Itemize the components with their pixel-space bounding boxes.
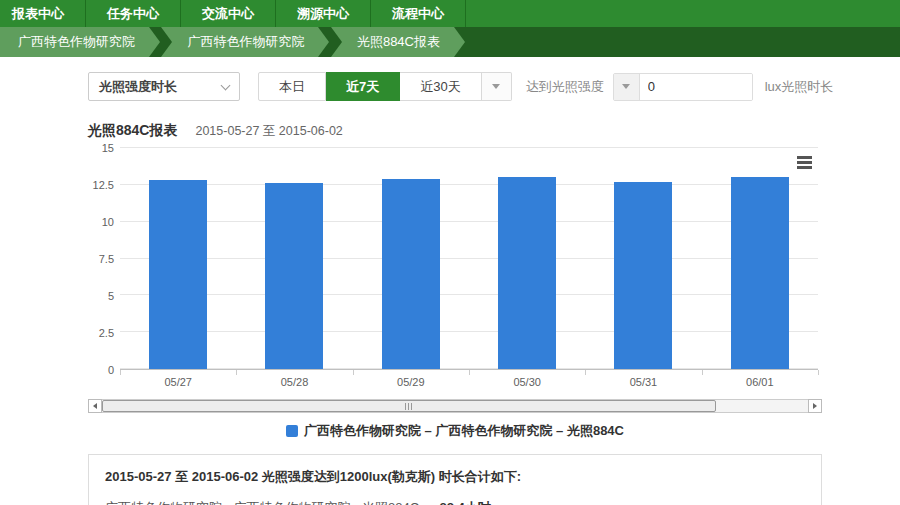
summary-series-label: 广西特色作物研究院 - 广西特色作物研究院 - 光照884C ： <box>105 500 439 505</box>
x-tick-label: 05/28 <box>236 376 352 392</box>
top-nav: 报表中心 任务中心 交流中心 溯源中心 流程中心 <box>0 0 900 27</box>
nav-item-trace-center[interactable]: 溯源中心 <box>276 0 371 27</box>
breadcrumb-item-institute-2[interactable]: 广西特色作物研究院 <box>161 27 318 57</box>
bar-05/28 <box>265 183 323 369</box>
bar-05/31 <box>614 182 672 369</box>
chart-legend[interactable]: 广西特色作物研究院 – 广西特色作物研究院 – 光照884C <box>88 422 822 440</box>
metric-select-value: 光照强度时长 <box>99 79 177 94</box>
x-tick-label: 05/30 <box>469 376 585 392</box>
report-heading: 光照884C报表 2015-05-27 至 2015-06-02 <box>88 122 900 140</box>
caret-down-icon <box>492 84 500 89</box>
y-axis-labels: 02.557.51012.515 <box>88 148 114 370</box>
caret-down-icon <box>622 84 630 89</box>
filter-bar: 光照强度时长 本日 近7天 近30天 达到光照强度 lux光照时长 <box>88 72 900 101</box>
nav-item-task-center[interactable]: 任务中心 <box>86 0 181 27</box>
y-tick-label: 10 <box>102 216 114 228</box>
scroll-left-button[interactable] <box>88 399 102 413</box>
bar-05/29 <box>382 179 440 369</box>
chart: 02.557.51012.515 05/2705/2805/2905/3005/… <box>88 148 822 392</box>
legend-label: 广西特色作物研究院 – 广西特色作物研究院 – 光照884C <box>304 422 624 440</box>
x-tick-label: 05/29 <box>353 376 469 392</box>
bar-05/30 <box>498 177 556 369</box>
x-tick-label: 05/31 <box>585 376 701 392</box>
bar-06/01 <box>731 177 789 369</box>
threshold-suffix-label: lux光照时长 <box>765 78 834 96</box>
scroll-right-icon <box>813 403 817 409</box>
summary-total-value: 88.4小时 <box>439 500 490 505</box>
scroll-left-icon <box>93 403 97 409</box>
chart-scrollbar <box>88 399 822 413</box>
range-more-button[interactable] <box>482 72 512 101</box>
scroll-right-button[interactable] <box>808 399 822 413</box>
nav-item-communication-center[interactable]: 交流中心 <box>181 0 276 27</box>
x-tick-label: 05/27 <box>120 376 236 392</box>
threshold-label: 达到光照强度 <box>526 78 604 96</box>
y-tick-label: 2.5 <box>99 327 114 339</box>
breadcrumb: 广西特色作物研究院 广西特色作物研究院 光照884C报表 <box>0 27 900 57</box>
x-axis-ticks <box>120 370 818 376</box>
x-axis-labels: 05/2705/2805/2905/3005/3106/01 <box>120 376 818 392</box>
chevron-down-icon <box>221 81 231 91</box>
report-date-range: 2015-05-27 至 2015-06-02 <box>195 123 342 140</box>
page: 报表中心 任务中心 交流中心 溯源中心 流程中心 广西特色作物研究院 广西特色作… <box>0 0 900 505</box>
date-range-buttons: 本日 近7天 近30天 <box>258 72 512 101</box>
range-button-7days[interactable]: 近7天 <box>326 72 400 101</box>
summary-total-row: 广西特色作物研究院 - 广西特色作物研究院 - 光照884C ： 88.4小时 <box>105 499 805 505</box>
report-title: 光照884C报表 <box>88 122 177 140</box>
threshold-spinner-button[interactable] <box>614 74 640 100</box>
nav-item-process-center[interactable]: 流程中心 <box>371 0 466 27</box>
x-tick-label: 06/01 <box>702 376 818 392</box>
y-tick-label: 15 <box>102 142 114 154</box>
threshold-input[interactable] <box>640 74 752 100</box>
bars <box>120 148 818 369</box>
y-tick-label: 5 <box>108 290 114 302</box>
scrollbar-grip-icon <box>405 403 413 410</box>
y-tick-label: 0 <box>108 364 114 376</box>
chart-menu-icon[interactable] <box>792 152 816 172</box>
breadcrumb-item-report[interactable]: 光照884C报表 <box>331 27 454 57</box>
y-tick-label: 7.5 <box>99 253 114 265</box>
bar-05/27 <box>149 180 207 369</box>
metric-select[interactable]: 光照强度时长 <box>88 72 240 101</box>
summary-heading: 2015-05-27 至 2015-06-02 光照强度达到1200lux(勒克… <box>105 468 805 486</box>
plot-area <box>120 148 818 370</box>
legend-marker <box>286 425 298 437</box>
nav-item-report-center[interactable]: 报表中心 <box>0 0 86 27</box>
threshold-control <box>613 73 753 101</box>
breadcrumb-item-institute[interactable]: 广西特色作物研究院 <box>0 27 149 57</box>
range-button-30days[interactable]: 近30天 <box>400 72 481 101</box>
scrollbar-track[interactable] <box>102 399 808 413</box>
summary-box: 2015-05-27 至 2015-06-02 光照强度达到1200lux(勒克… <box>88 454 822 505</box>
range-button-today[interactable]: 本日 <box>258 72 326 101</box>
scrollbar-thumb[interactable] <box>102 400 716 412</box>
y-tick-label: 12.5 <box>93 179 114 191</box>
